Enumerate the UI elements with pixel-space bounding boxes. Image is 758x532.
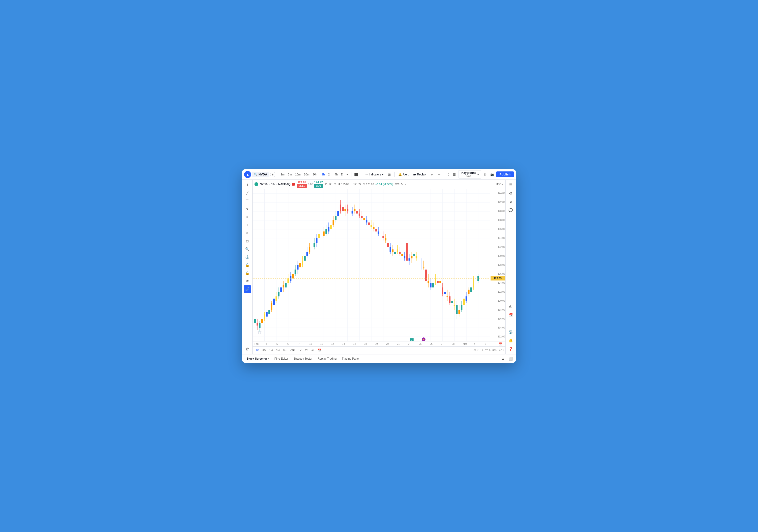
chart-type-button[interactable]: ⬛ — [353, 171, 360, 178]
tf-more[interactable]: ▾ — [345, 172, 349, 177]
indicators-button[interactable]: 〜 Indicators ▾ — [363, 171, 385, 177]
magnet-tool[interactable]: 🔗 — [244, 285, 251, 293]
tf-4h[interactable]: 4h — [333, 172, 339, 177]
tr-5d[interactable]: 5D — [261, 349, 267, 352]
chat-button[interactable]: 💬 — [507, 207, 515, 214]
ohlc-info: O 121.89 H 125.09 L 121.27 C 125.03 +3.1… — [325, 183, 394, 185]
tab-strategy-tester[interactable]: Strategy Tester — [291, 356, 315, 361]
collapse-arrow[interactable]: ▲ — [405, 183, 407, 185]
date-tick: 28 — [452, 343, 455, 345]
broadcast-button[interactable]: 📡 — [507, 328, 515, 336]
tf-5m[interactable]: 5m — [287, 172, 293, 177]
date-tick: 7 — [298, 343, 300, 345]
bottom-bar: Stock Screener ▾ Pine Editor Strategy Te… — [242, 354, 516, 363]
tr-1y[interactable]: 1Y — [297, 349, 303, 352]
high-value: 125.09 — [341, 183, 349, 185]
app-logo[interactable]: ▲ — [244, 171, 251, 178]
tf-d[interactable]: D — [340, 172, 345, 177]
playground-chevron: ▾ — [477, 173, 479, 176]
target-button[interactable]: ◎ — [507, 303, 515, 310]
pine-button[interactable]: ⟋ — [507, 320, 515, 327]
buy-button[interactable]: BUY — [314, 184, 323, 188]
add-symbol-button[interactable]: + — [270, 172, 275, 177]
watchlist-toggle-button[interactable]: ☰ — [451, 171, 457, 178]
tr-1d[interactable]: 1D — [255, 349, 260, 352]
camera-button[interactable]: 📷 — [489, 171, 495, 178]
tab-replay-trading[interactable]: Replay Trading — [315, 356, 339, 361]
bottom-expand-button[interactable]: ⬜ — [507, 355, 514, 362]
tf-15m[interactable]: 15m — [293, 172, 302, 177]
anchor-tool[interactable]: ⚓ — [244, 253, 251, 261]
rectangle-tool[interactable]: ◻ — [244, 237, 251, 245]
indicators-chevron: ▾ — [382, 173, 384, 176]
alert-icon: 🔔 — [398, 173, 402, 176]
tr-5y[interactable]: 5Y — [303, 349, 309, 352]
date-tick: 26 — [430, 343, 432, 345]
price-chart[interactable] — [253, 189, 505, 341]
spread: 0.00 — [308, 183, 313, 185]
time-range-calendar[interactable]: 📅 — [316, 347, 323, 354]
adj-label[interactable]: ADJ — [499, 349, 503, 352]
horizontal-line-tool[interactable]: ☰ — [244, 197, 251, 205]
symbol-search[interactable]: 🔍 NVDA — [252, 172, 269, 177]
tf-1m[interactable]: 1m — [279, 172, 286, 177]
trend-line-tool[interactable]: ╱ — [244, 189, 251, 197]
chart-info-bar: NVDA · 1h · NASDAQ 124.92 SELL 0.00 124.… — [253, 180, 505, 189]
date-tick: 14 — [353, 343, 356, 345]
trash-tool[interactable]: 🗑 — [244, 345, 251, 353]
indicator-settings-icon[interactable]: ⚙ — [400, 183, 403, 186]
exchange: NASDAQ — [278, 183, 291, 186]
rth-label[interactable]: RTH — [493, 349, 497, 352]
replay-button[interactable]: ⏮ Replay — [411, 172, 428, 177]
zoom-tool[interactable]: 🔍 — [244, 245, 251, 253]
currency-selector[interactable]: USD ▾ — [496, 183, 503, 186]
undo-button[interactable]: ↩ — [429, 171, 435, 178]
crosshair-tool[interactable]: ✛ — [244, 181, 251, 189]
draw-tool[interactable]: ✎ — [244, 205, 251, 213]
settings-button[interactable]: ⚙ — [482, 171, 488, 178]
tab-pine-editor[interactable]: Pine Editor — [272, 356, 291, 361]
date-settings-button[interactable]: 📅 — [497, 341, 503, 348]
sell-group: 124.92 SELL — [297, 181, 307, 188]
history-button[interactable]: ⏱ — [507, 189, 515, 197]
tab-trading-panel[interactable]: Trading Panel — [339, 356, 362, 361]
tr-1m[interactable]: 1M — [268, 349, 274, 352]
tab-stock-screener[interactable]: Stock Screener ▾ — [244, 356, 271, 361]
fullscreen-button[interactable]: ⛶ — [444, 171, 450, 178]
templates-button[interactable]: ⊞ — [386, 171, 393, 178]
separator2: · — [276, 183, 277, 186]
alert-button[interactable]: 🔔 Alert — [396, 172, 411, 177]
timeframe: 1h — [271, 183, 275, 186]
pattern-tool[interactable]: ⌗ — [244, 213, 251, 221]
visibility-tool[interactable]: 👁 — [244, 277, 251, 285]
alerts-button[interactable]: 🔔 — [507, 337, 515, 344]
text-tool[interactable]: T — [244, 221, 251, 229]
bottom-collapse-button[interactable]: ▲ — [500, 355, 506, 362]
tf-30m[interactable]: 30m — [311, 172, 320, 177]
playground-label: Playground — [461, 171, 476, 175]
calendar-button[interactable]: 📅 — [507, 311, 515, 319]
emoji-tool[interactable]: ☺ — [244, 229, 251, 237]
sell-button[interactable]: SELL — [297, 184, 307, 188]
tf-2h[interactable]: 2h — [327, 172, 332, 177]
tr-ytd[interactable]: YTD — [289, 349, 296, 352]
symbol-dot — [255, 182, 258, 186]
playground-button[interactable]: Playground Save ▾ — [458, 170, 481, 178]
date-tick: 12 — [331, 343, 334, 345]
date-tick: 27 — [441, 343, 444, 345]
tr-all[interactable]: All — [310, 349, 316, 352]
watchlist-button[interactable]: ☰ — [507, 181, 515, 189]
publish-button[interactable]: Publish — [496, 171, 514, 177]
lock-tool[interactable]: 🔓 — [244, 261, 251, 269]
tf-1h[interactable]: 1h — [320, 172, 326, 177]
tf-20m[interactable]: 20m — [303, 172, 311, 177]
help-button[interactable]: ❓ — [507, 345, 515, 353]
open-value: 121.89 — [328, 183, 336, 185]
tr-6m[interactable]: 6M — [282, 349, 288, 352]
low-label: L — [351, 183, 352, 185]
tr-3m[interactable]: 3M — [275, 349, 281, 352]
lock2-tool[interactable]: 🔒 — [244, 269, 251, 277]
redo-button[interactable]: ↪ — [436, 171, 442, 178]
chart-canvas-wrapper[interactable] — [253, 189, 505, 341]
layers-button[interactable]: ◈ — [507, 198, 515, 206]
